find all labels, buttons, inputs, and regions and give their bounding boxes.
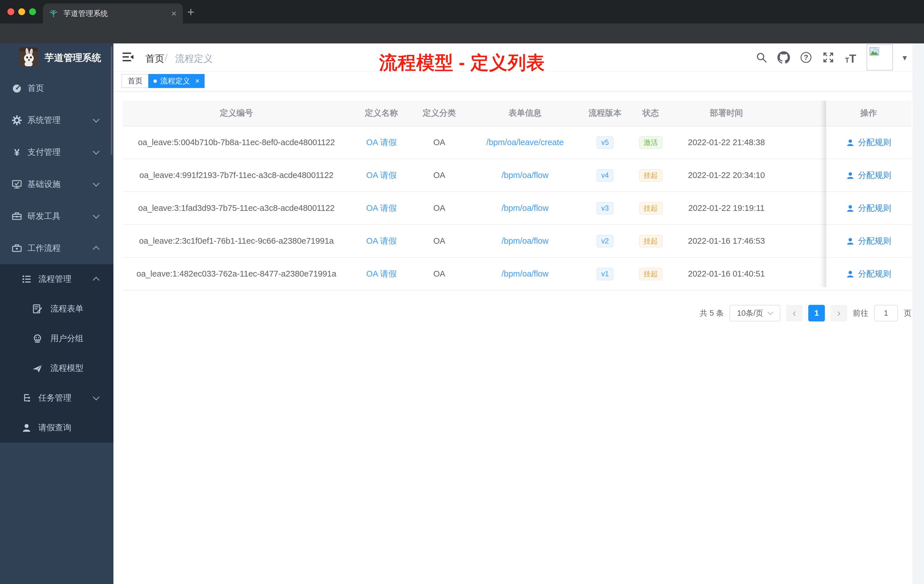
goto-label: 前往 [853, 308, 868, 318]
assign-rule-button[interactable]: 分配规则 [846, 236, 891, 247]
user-icon [846, 270, 855, 278]
page-size-select[interactable]: 10条/页 [729, 305, 780, 322]
fullscreen-icon[interactable] [822, 51, 835, 64]
definition-id: oa_leave:2:3c1f0ef1-76b1-11ec-9c66-a2380… [123, 225, 350, 257]
gear-icon [12, 115, 22, 126]
search-icon[interactable] [755, 51, 768, 64]
broken-image-icon [870, 47, 880, 56]
sidebar-scrollbar[interactable] [111, 46, 112, 155]
definition-name-link[interactable]: OA 请假 [366, 170, 396, 181]
definition-name-link[interactable]: OA 请假 [366, 203, 396, 214]
deploy-time: 2022-01-16 01:40:51 [676, 258, 777, 290]
definition-name-link[interactable]: OA 请假 [366, 268, 396, 280]
definition-id: oa_leave:4:991f2193-7b7f-11ec-a3c8-acde4… [123, 159, 350, 191]
definition-category: OA [413, 258, 466, 290]
tab-close-icon[interactable]: × [171, 9, 177, 18]
window-close-button[interactable] [7, 8, 14, 15]
current-page-button[interactable]: 1 [808, 305, 825, 322]
paper-plane-icon [32, 363, 43, 374]
sidebar-item-process-model[interactable]: 流程模型 [0, 353, 114, 383]
deploy-time: 2022-01-22 21:48:38 [676, 126, 777, 158]
text-size-icon[interactable]: TT [844, 51, 857, 64]
sidebar-item-home[interactable]: 首页 [0, 72, 114, 104]
form-link[interactable]: /bpm/oa/flow [502, 203, 548, 213]
browser-toolbar: 不安全 dashboard.yudao.iocoder.cn/bpm/manag… [0, 23, 924, 43]
tag-home[interactable]: 首页 [121, 74, 149, 88]
new-tab-button[interactable]: + [187, 6, 195, 18]
user-icon [846, 204, 855, 213]
status-badge: 挂起 [639, 169, 663, 182]
user-icon [846, 171, 855, 180]
active-dot-icon [153, 79, 157, 83]
user-avatar[interactable] [866, 44, 893, 71]
col-header-filler [777, 101, 826, 126]
chevron-down-icon [92, 148, 99, 155]
sidebar-item-process-form[interactable]: 流程表单 [0, 294, 114, 324]
version-badge: v4 [597, 169, 613, 182]
toolbox-icon [12, 211, 22, 222]
chevron-down-icon [92, 116, 99, 123]
filler-cell [777, 258, 826, 290]
avatar-dropdown-caret-icon[interactable]: ▾ [903, 53, 907, 63]
sidebar-item-payment[interactable]: ¥ 支付管理 [0, 136, 114, 168]
user-icon [846, 237, 855, 246]
col-header-action: 操作 [826, 101, 911, 126]
sidebar-item-workflow[interactable]: 工作流程 [0, 232, 114, 264]
page-scrollbar-track[interactable] [912, 43, 924, 584]
filler-cell [777, 159, 826, 191]
briefcase-icon [12, 243, 22, 254]
browser-tab[interactable]: 芋道管理系统 × [43, 3, 183, 23]
chevron-up-icon [92, 277, 99, 284]
sidebar-logo[interactable]: 芋道管理系统 [0, 43, 114, 72]
goto-page-input[interactable] [874, 305, 898, 322]
user-icon [846, 138, 855, 147]
status-badge: 挂起 [639, 202, 663, 214]
help-icon[interactable]: ? [800, 51, 812, 64]
tags-view-bar: 首页 流程定义 × [114, 71, 924, 91]
prev-page-button[interactable]: ‹ [786, 305, 803, 322]
sidebar-item-system[interactable]: 系统管理 [0, 104, 114, 136]
app-title: 芋道管理系统 [45, 51, 101, 64]
tag-process-definition[interactable]: 流程定义 × [148, 74, 205, 88]
col-header-id: 定义编号 [123, 101, 350, 126]
window-minimize-button[interactable] [18, 8, 25, 15]
table-row: oa_leave:4:991f2193-7b7f-11ec-a3c8-acde4… [123, 159, 911, 192]
form-link[interactable]: /bpm/oa/flow [502, 236, 548, 246]
assign-rule-button[interactable]: 分配规则 [846, 268, 891, 280]
assign-rule-button[interactable]: 分配规则 [846, 203, 891, 214]
col-header-version: 流程版本 [584, 101, 626, 126]
version-badge: v5 [597, 136, 613, 149]
sidebar-item-infrastructure[interactable]: 基础设施 [0, 168, 114, 200]
col-header-status: 状态 [626, 101, 676, 126]
definition-name-link[interactable]: OA 请假 [366, 137, 396, 148]
pagination: 共 5 条 10条/页 ‹ 1 › 前往 页 [654, 304, 911, 322]
assign-rule-button[interactable]: 分配规则 [846, 137, 891, 148]
sidebar-item-user-group[interactable]: 用户分组 [0, 324, 114, 353]
definition-id: oa_leave:3:1fad3d93-7b75-11ec-a3c8-acde4… [123, 192, 350, 224]
sidebar-collapse-icon[interactable] [122, 52, 134, 62]
sidebar-item-devtools[interactable]: 研发工具 [0, 200, 114, 232]
version-badge: v2 [597, 235, 613, 247]
app-header: 首页 / 流程定义 ? TT ▾ [114, 43, 924, 71]
sidebar-item-task-management[interactable]: 任务管理 [0, 383, 114, 413]
form-link[interactable]: /bpm/oa/flow [502, 171, 548, 180]
deploy-time: 2022-01-22 19:19:11 [676, 192, 777, 224]
user-group-icon [32, 333, 43, 344]
next-page-button[interactable]: › [831, 305, 847, 322]
definition-id: oa_leave:1:482ec033-762a-11ec-8477-a2380… [123, 258, 350, 290]
window-zoom-button[interactable] [29, 8, 36, 15]
form-link[interactable]: /bpm/oa/leave/create [486, 138, 564, 147]
form-link[interactable]: /bpm/oa/flow [502, 269, 548, 279]
status-badge: 挂起 [639, 268, 663, 280]
sidebar-item-leave-query[interactable]: 请假查询 [0, 413, 114, 442]
github-icon[interactable] [777, 51, 790, 64]
sidebar-item-process-management[interactable]: 流程管理 [0, 264, 114, 294]
version-badge: v3 [597, 202, 613, 214]
definition-category: OA [413, 192, 466, 224]
assign-rule-button[interactable]: 分配规则 [846, 170, 891, 181]
definition-name-link[interactable]: OA 请假 [366, 236, 396, 247]
person-icon [21, 422, 32, 433]
page-unit-label: 页 [904, 308, 911, 318]
breadcrumb-home[interactable]: 首页 [145, 52, 164, 65]
tag-close-icon[interactable]: × [195, 77, 200, 86]
